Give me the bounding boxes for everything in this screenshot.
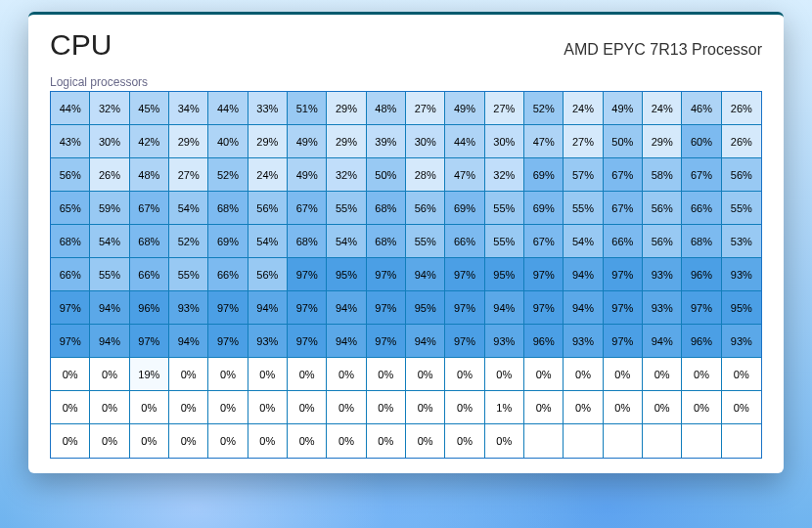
processor-cell[interactable]: 24% <box>564 92 603 125</box>
processor-cell[interactable]: 58% <box>643 158 682 192</box>
processor-cell[interactable]: 66% <box>130 258 169 291</box>
processor-cell[interactable]: 55% <box>485 225 524 258</box>
processor-cell[interactable]: 0% <box>524 358 564 391</box>
processor-cell[interactable]: 97% <box>288 258 327 291</box>
processor-cell[interactable]: 95% <box>722 291 761 325</box>
processor-cell[interactable]: 29% <box>327 125 366 158</box>
processor-cell[interactable]: 56% <box>248 258 288 291</box>
processor-cell[interactable]: 97% <box>208 325 248 358</box>
processor-cell[interactable]: 94% <box>643 325 682 358</box>
processor-cell[interactable]: 93% <box>564 325 603 358</box>
processor-cell[interactable]: 97% <box>51 291 90 325</box>
processor-cell[interactable]: 24% <box>643 92 682 125</box>
processor-cell[interactable]: 56% <box>643 225 682 258</box>
processor-cell[interactable]: 0% <box>208 358 248 391</box>
processor-cell[interactable]: 0% <box>643 391 682 424</box>
processor-cell[interactable]: 97% <box>524 258 564 291</box>
processor-cell[interactable]: 68% <box>682 225 721 258</box>
processor-cell[interactable]: 69% <box>445 192 484 225</box>
processor-cell[interactable]: 27% <box>406 92 445 125</box>
processor-cell[interactable]: 94% <box>90 291 129 325</box>
processor-cell[interactable]: 0% <box>130 424 169 458</box>
processor-cell[interactable]: 69% <box>524 192 564 225</box>
processor-cell[interactable]: 97% <box>524 291 564 325</box>
processor-cell[interactable]: 93% <box>485 325 524 358</box>
processor-cell[interactable]: 97% <box>51 325 90 358</box>
processor-cell[interactable]: 0% <box>288 391 327 424</box>
processor-cell[interactable]: 32% <box>90 92 129 125</box>
processor-cell[interactable]: 0% <box>248 358 288 391</box>
processor-cell[interactable]: 97% <box>682 291 721 325</box>
processor-cell[interactable]: 0% <box>485 424 524 458</box>
processor-cell[interactable]: 93% <box>722 325 761 358</box>
processor-cell[interactable]: 53% <box>722 225 761 258</box>
processor-cell[interactable]: 44% <box>445 125 484 158</box>
processor-cell[interactable]: 44% <box>51 92 90 125</box>
processor-cell[interactable]: 97% <box>367 291 406 325</box>
processor-cell[interactable]: 93% <box>643 291 682 325</box>
processor-cell[interactable]: 0% <box>51 424 90 458</box>
processor-cell[interactable]: 67% <box>682 158 721 192</box>
processor-cell[interactable]: 27% <box>485 92 524 125</box>
processor-cell[interactable]: 49% <box>445 92 484 125</box>
processor-cell[interactable]: 49% <box>604 92 643 125</box>
processor-cell[interactable]: 0% <box>51 358 90 391</box>
processor-cell[interactable]: 29% <box>643 125 682 158</box>
processor-cell[interactable]: 0% <box>51 391 90 424</box>
processor-cell[interactable]: 66% <box>51 258 90 291</box>
processor-cell[interactable]: 0% <box>367 391 406 424</box>
processor-cell[interactable]: 0% <box>406 358 445 391</box>
processor-cell[interactable]: 54% <box>248 225 288 258</box>
processor-cell[interactable]: 96% <box>524 325 564 358</box>
processor-cell[interactable]: 55% <box>169 258 208 291</box>
processor-cell[interactable]: 66% <box>445 225 484 258</box>
processor-cell[interactable]: 94% <box>406 258 445 291</box>
processor-cell[interactable]: 55% <box>485 192 524 225</box>
processor-cell[interactable]: 0% <box>130 391 169 424</box>
processor-cell[interactable]: 0% <box>485 358 524 391</box>
processor-cell[interactable]: 94% <box>248 291 288 325</box>
processor-cell[interactable]: 57% <box>564 158 603 192</box>
processor-cell[interactable]: 65% <box>51 192 90 225</box>
processor-cell[interactable]: 66% <box>208 258 248 291</box>
processor-cell[interactable]: 30% <box>406 125 445 158</box>
processor-cell[interactable]: 44% <box>208 92 248 125</box>
processor-cell[interactable]: 39% <box>367 125 406 158</box>
processor-cell[interactable]: 0% <box>169 391 208 424</box>
processor-cell[interactable]: 95% <box>406 291 445 325</box>
processor-cell[interactable]: 50% <box>604 125 643 158</box>
processor-cell[interactable]: 0% <box>722 391 761 424</box>
processor-cell[interactable]: 96% <box>682 325 721 358</box>
processor-cell[interactable]: 0% <box>248 424 288 458</box>
processor-cell[interactable]: 97% <box>445 258 484 291</box>
processor-cell[interactable]: 49% <box>288 125 327 158</box>
processor-cell[interactable]: 0% <box>445 424 484 458</box>
processor-cell[interactable]: 97% <box>604 291 643 325</box>
processor-cell[interactable]: 48% <box>130 158 169 192</box>
processor-cell[interactable]: 1% <box>485 391 524 424</box>
processor-cell[interactable]: 26% <box>90 158 129 192</box>
processor-cell[interactable]: 68% <box>208 192 248 225</box>
processor-cell[interactable]: 55% <box>327 192 366 225</box>
processor-cell[interactable]: 97% <box>367 325 406 358</box>
processor-cell[interactable]: 54% <box>564 225 603 258</box>
processor-cell[interactable]: 66% <box>682 192 721 225</box>
processor-cell[interactable]: 94% <box>564 258 603 291</box>
processor-cell[interactable]: 93% <box>248 325 288 358</box>
processor-cell[interactable]: 0% <box>288 424 327 458</box>
processor-cell[interactable]: 0% <box>208 424 248 458</box>
processor-cell[interactable]: 0% <box>445 358 484 391</box>
processor-cell[interactable]: 0% <box>90 391 129 424</box>
processor-cell[interactable]: 0% <box>445 391 484 424</box>
processor-cell[interactable]: 59% <box>90 192 129 225</box>
processor-cell[interactable]: 0% <box>90 358 129 391</box>
processor-cell[interactable]: 69% <box>208 225 248 258</box>
processor-cell[interactable]: 97% <box>208 291 248 325</box>
processor-cell[interactable]: 0% <box>722 358 761 391</box>
processor-cell[interactable]: 0% <box>327 358 366 391</box>
processor-cell[interactable]: 0% <box>169 424 208 458</box>
processor-cell[interactable]: 97% <box>367 258 406 291</box>
processor-cell[interactable]: 68% <box>130 225 169 258</box>
processor-cell[interactable]: 96% <box>130 291 169 325</box>
processor-cell[interactable]: 97% <box>288 291 327 325</box>
